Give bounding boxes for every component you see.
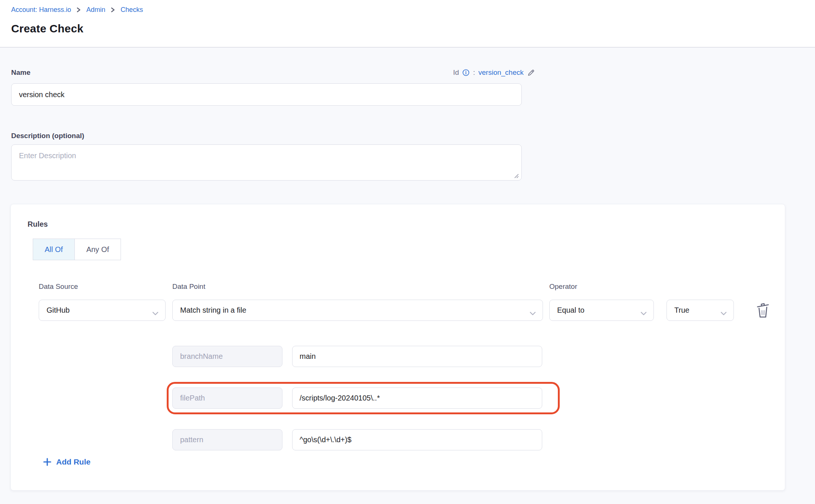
description-label: Description (optional) (11, 132, 84, 140)
chevron-down-icon (530, 309, 536, 318)
id-separator: : (473, 68, 475, 77)
breadcrumb-checks-link[interactable]: Checks (121, 6, 143, 14)
param-key-branch-name: branchName (172, 346, 282, 367)
operator-select[interactable]: Equal to (549, 300, 654, 321)
id-label: Id (453, 68, 459, 77)
data-source-select[interactable]: GitHub (39, 300, 166, 321)
name-input[interactable] (11, 83, 522, 106)
all-of-button[interactable]: All Of (33, 239, 75, 260)
id-value-link[interactable]: version_check (479, 68, 524, 77)
rules-section-label: Rules (28, 220, 48, 229)
create-check-page: Account: Harness.io Admin Checks Create … (0, 0, 815, 504)
add-rule-button[interactable]: Add Rule (43, 457, 90, 466)
rules-card: Rules All Of Any Of Data Source Data Poi… (10, 204, 785, 491)
param-input-file-path[interactable] (292, 387, 542, 409)
param-input-pattern[interactable] (292, 429, 542, 450)
param-row-file-path: filePath (172, 387, 542, 409)
breadcrumb-admin-link[interactable]: Admin (86, 6, 105, 14)
add-rule-label: Add Rule (56, 457, 90, 466)
breadcrumb-account-link[interactable]: Account: Harness.io (11, 6, 71, 14)
info-icon[interactable] (462, 69, 470, 76)
name-label: Name (11, 68, 31, 77)
rules-match-toggle: All Of Any Of (33, 239, 121, 260)
param-input-branch-name[interactable] (292, 346, 542, 367)
operator-value: Equal to (557, 306, 584, 315)
param-row-branch-name: branchName (172, 346, 542, 367)
data-source-value: GitHub (47, 306, 70, 315)
operator-boolean-value: True (674, 306, 689, 315)
data-point-select[interactable]: Match string in a file (172, 300, 543, 321)
name-field-header: Name Id : version_check (11, 68, 535, 77)
chevron-down-icon (720, 309, 727, 318)
data-source-label: Data Source (39, 283, 78, 291)
chevron-right-icon (76, 7, 81, 13)
trash-icon (756, 302, 770, 319)
chevron-down-icon (640, 309, 647, 318)
operator-boolean-select[interactable]: True (667, 300, 734, 321)
param-key-pattern: pattern (172, 429, 282, 450)
operator-label: Operator (549, 283, 577, 291)
pencil-icon[interactable] (527, 68, 535, 77)
data-point-label: Data Point (172, 283, 205, 291)
id-line: Id : version_check (453, 68, 535, 77)
page-title: Create Check (11, 22, 83, 35)
data-point-value: Match string in a file (180, 306, 246, 315)
param-key-file-path: filePath (172, 387, 282, 409)
description-input[interactable] (11, 144, 522, 181)
chevron-right-icon (111, 7, 115, 13)
chevron-down-icon (152, 309, 159, 318)
breadcrumb: Account: Harness.io Admin Checks (11, 6, 143, 14)
any-of-button[interactable]: Any Of (75, 239, 121, 260)
plus-icon (43, 457, 52, 466)
param-row-pattern: pattern (172, 429, 542, 450)
delete-rule-button[interactable] (754, 301, 771, 320)
